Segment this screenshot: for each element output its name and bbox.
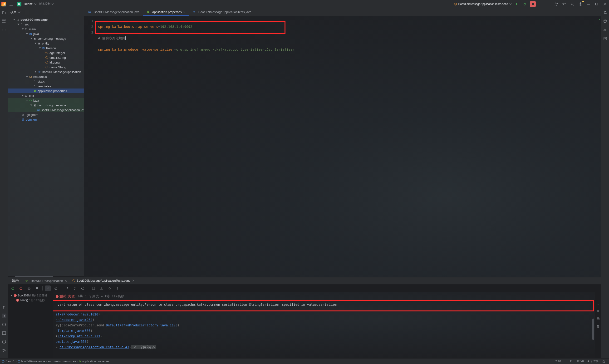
test-tree[interactable]: ! Boot309M 1秒 112毫秒 ! send() 1秒 112毫秒 (8, 292, 53, 358)
indent-info[interactable]: 4 个空格 (586, 359, 600, 363)
file-encoding[interactable]: UTF-8 (574, 360, 586, 363)
stack-link[interactable]: ot309MessageApplicationTests.java:43 (59, 345, 129, 349)
stack-link[interactable]: afkaProducer.java:1020 (56, 312, 98, 316)
readonly-toggle[interactable] (600, 360, 607, 363)
maven-tool-button[interactable]: m (603, 28, 608, 32)
editor-tab[interactable]: ✿ application.properties ✕ (143, 8, 189, 16)
export-tests-button[interactable] (99, 286, 104, 291)
sort-button[interactable] (64, 286, 69, 291)
code-area[interactable]: spring.kafka.bootstrap-servers=192.168.1… (96, 16, 597, 277)
editor-tab[interactable]: Ⓒ Boot309MessageApplication.java (84, 8, 143, 16)
tree-row[interactable]: 🗀java (8, 98, 84, 103)
editor-body[interactable]: 1 2 3 spring.kafka.bootstrap-servers=192… (84, 16, 601, 277)
problems-tool-button[interactable] (2, 339, 6, 344)
close-tab-button[interactable]: ✕ (183, 11, 186, 14)
tree-row[interactable]: ⓕname:String (8, 65, 84, 69)
run-button[interactable] (514, 1, 519, 7)
stack-link[interactable]: DefaultKafkaProducerFactory.java:1103 (106, 323, 178, 327)
show-passed-button[interactable] (45, 286, 51, 291)
minimize-button[interactable] (586, 1, 591, 7)
collapsed-frames[interactable]: <1 个内部行> (131, 345, 156, 349)
tree-row[interactable]: ▢boot3-09-message (8, 17, 84, 22)
scroll-down-button[interactable]: ↓ (596, 301, 600, 306)
clear-all-button[interactable] (596, 324, 600, 329)
tree-row[interactable]: ▣entity (8, 41, 84, 46)
project-tool-button[interactable] (2, 11, 6, 15)
crumb[interactable]: boot3-09-message (21, 360, 45, 363)
crumb[interactable]: Deom1 (5, 360, 15, 363)
scroll-up-button[interactable]: ↑ (596, 294, 600, 298)
vertical-scrollbar[interactable] (592, 319, 594, 340)
structure-tool-button[interactable] (2, 19, 6, 24)
toggle-auto-test-button[interactable] (26, 286, 32, 291)
git-tool-button[interactable] (2, 348, 6, 352)
search-everywhere-button[interactable] (570, 1, 575, 7)
tree-row[interactable]: 🗀src (8, 22, 84, 27)
tree-row[interactable]: 🗀test (8, 93, 84, 98)
toolbar-more-button[interactable] (115, 286, 121, 291)
bookmarks-tool-button[interactable] (603, 36, 608, 41)
tree-row[interactable]: ⓕemail:String (8, 55, 84, 60)
settings-button[interactable] (578, 1, 583, 7)
run-tab[interactable]: ✿ Boot308RpcApplication ✕ (23, 279, 68, 283)
stack-link[interactable]: aTemplate.java:805 (56, 329, 91, 333)
rerun-button[interactable] (10, 286, 16, 291)
stack-link[interactable]: kaProducer.java:964 (56, 318, 92, 322)
run-config-selector[interactable]: Boot309MessageApplicationTests.send (454, 2, 511, 6)
show-ignored-button[interactable] (53, 286, 59, 291)
crumb[interactable]: main (54, 360, 61, 363)
tree-row[interactable]: 🗀resources (8, 74, 84, 79)
project-tree[interactable]: ▢boot3-09-message 🗀src 🗀main 🗀java ▣com.… (8, 16, 84, 276)
more-actions-button[interactable] (538, 1, 544, 7)
breadcrumb[interactable]: ▢Deom1 › ▢boot3-09-message ›src ›main ›r… (2, 360, 109, 363)
tree-row[interactable]: ✿application.properties (8, 89, 84, 93)
text-tool-button[interactable]: T (2, 305, 6, 310)
run-tab[interactable]: Boot309MessageApplicationTests.send ✕ (71, 277, 136, 284)
services-tool-button[interactable] (2, 322, 6, 327)
stop-test-button[interactable] (34, 286, 40, 291)
tree-row[interactable]: ▣com.zhong.message (8, 103, 84, 107)
tree-row[interactable]: ⒸBoot309MessageApplication (8, 69, 84, 74)
import-tests-button[interactable] (91, 286, 96, 291)
maximize-button[interactable] (594, 1, 599, 7)
editor-more-button[interactable] (594, 9, 600, 15)
project-selector[interactable]: Deom1 (24, 2, 37, 6)
stop-button[interactable] (530, 1, 536, 7)
editor-tab[interactable]: Ⓒ Boot309MessageApplicationTests.java (189, 8, 255, 16)
tree-row[interactable]: ⓕid:Long (8, 60, 84, 65)
tree-row[interactable]: ⓕage:Integer (8, 51, 84, 55)
horizontal-scrollbar[interactable] (8, 276, 84, 277)
print-button[interactable] (596, 316, 600, 321)
line-separator[interactable]: LF (567, 360, 574, 363)
expand-all-button[interactable] (72, 286, 78, 291)
main-menu-button[interactable] (9, 1, 14, 7)
history-button[interactable] (80, 286, 86, 291)
crumb[interactable]: application.properties (82, 360, 109, 363)
test-tree-row[interactable]: ! send() 1秒 112毫秒 (10, 298, 52, 303)
database-tool-button[interactable] (603, 19, 608, 24)
tree-row[interactable]: 🗀templates (8, 84, 84, 89)
tree-row[interactable]: ⒸPerson (8, 46, 84, 51)
close-run-tab-button[interactable]: ✕ (65, 279, 67, 283)
project-panel-header[interactable]: 项目 (8, 8, 84, 16)
soft-wrap-button[interactable] (596, 309, 600, 313)
debug-button[interactable] (522, 1, 528, 7)
test-settings-button[interactable] (107, 286, 113, 291)
run-panel-more-button[interactable] (585, 278, 591, 284)
code-with-me-button[interactable] (553, 1, 559, 7)
caret-position[interactable]: 2:10 (554, 360, 563, 363)
tree-row[interactable]: 🗀static (8, 79, 84, 84)
stack-link[interactable]: KafkaTemplate.java:773 (58, 334, 100, 338)
notifications-button[interactable] (603, 11, 608, 15)
translate-button[interactable]: 文A (561, 1, 567, 7)
tree-row[interactable]: Ⓜpom.xml (8, 117, 84, 122)
tree-row[interactable]: 🗀java (8, 31, 84, 36)
terminal-tool-button[interactable] (2, 331, 6, 336)
close-button[interactable] (602, 1, 608, 7)
rerun-failed-button[interactable] (18, 286, 24, 291)
crumb[interactable]: src (48, 360, 52, 363)
crumb[interactable]: resources (64, 360, 76, 363)
console-output[interactable]: ! 测试 失败: 1共 1 个测试 – 1秒 112毫秒 nvert value… (53, 292, 595, 358)
more-tool-button[interactable] (2, 28, 6, 32)
tree-row[interactable]: ⊘.gitignore (8, 112, 84, 117)
